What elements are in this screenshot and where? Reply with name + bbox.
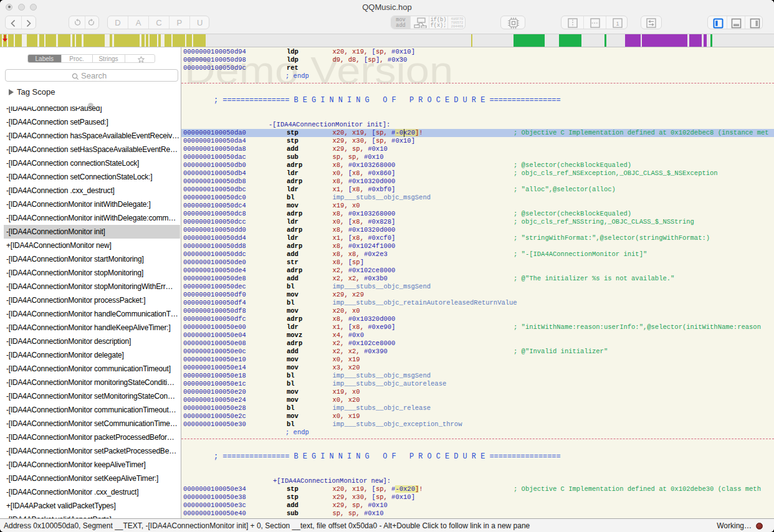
- svg-text:1: 1: [616, 21, 619, 27]
